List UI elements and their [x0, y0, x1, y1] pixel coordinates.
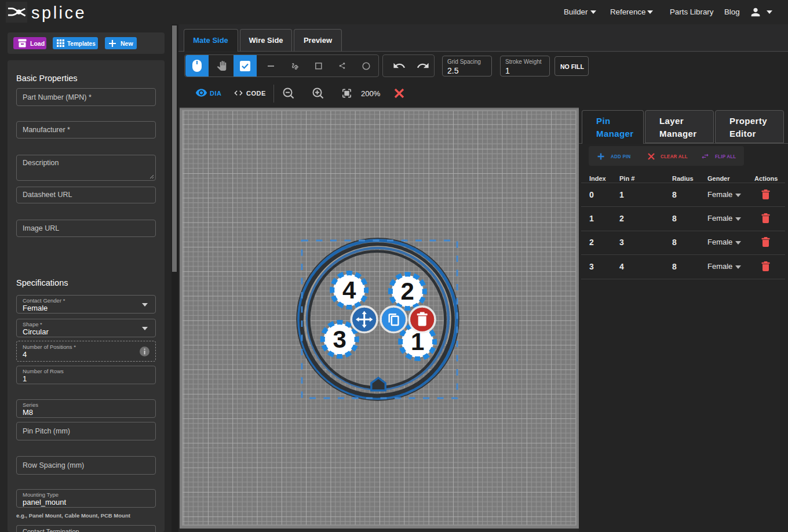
svg-text:4: 4 [342, 276, 356, 304]
svg-text:2: 2 [401, 278, 414, 305]
svg-text:3: 3 [333, 326, 346, 353]
